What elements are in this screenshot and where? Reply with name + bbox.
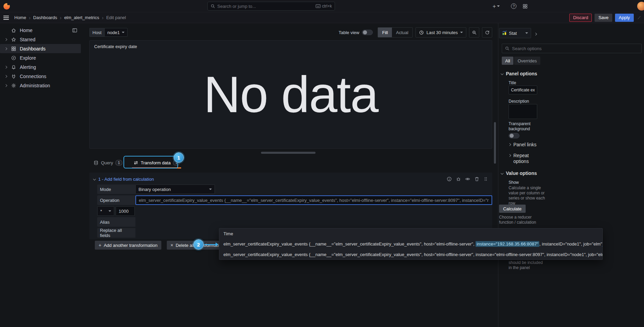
expand-chevron-icon[interactable] [2,39,10,41]
host-variable-value[interactable]: node1 [104,28,128,37]
annotation-step2-marker: 2 [193,239,204,250]
sidebar-item-starred[interactable]: Starred [0,35,81,44]
panel-preview: Certificate expiry date No data [89,40,492,149]
expand-chevron-icon[interactable] [2,85,10,87]
home-icon [11,28,16,33]
collapse-transformation-icon[interactable] [93,178,96,180]
section-repeat-options[interactable]: Repeat options [509,153,541,164]
dropdown-option-time[interactable]: Time [219,228,602,239]
sidebar-item-explore[interactable]: Explore [0,53,81,62]
apply-button[interactable]: Apply [615,14,634,22]
options-search-input[interactable] [512,46,639,51]
section-panel-options[interactable]: Panel options [501,71,537,76]
panel-title-input[interactable] [509,86,537,94]
sidebar-item-administration[interactable]: Administration [0,81,81,90]
calculate-radio[interactable]: Calculate [499,205,526,213]
horizontal-scrollbar[interactable] [261,152,316,154]
grafana-logo-icon[interactable] [3,2,11,10]
sidebar-item-dashboards[interactable]: Dashboards [0,44,81,53]
show-label: Show [509,180,519,185]
expand-chevron-icon[interactable] [2,48,10,50]
zoom-out-icon [472,30,477,35]
options-search[interactable] [502,44,642,53]
discard-button[interactable]: Discard [569,14,592,22]
operation-input[interactable] [135,195,492,205]
administration-gear-icon [11,83,16,88]
annotation-arrow [204,244,216,245]
eye-icon[interactable] [465,176,470,182]
global-search-input[interactable] [217,4,313,9]
fill-option[interactable]: Fill [378,28,392,37]
transparent-background-label: Transparent background [509,121,539,132]
zoom-out-button[interactable] [469,27,479,38]
info-icon[interactable] [447,176,452,182]
mode-select[interactable]: Binary operation [135,184,215,194]
nav-bar: Home › Dashboards › elm_alert_metrics › … [0,12,644,23]
calculate-help-text: Choose a reducer function / calculation [499,215,539,225]
no-data-message: No data [90,41,492,148]
vertical-scrollbar[interactable] [494,122,496,164]
plus-icon: + [99,242,101,248]
section-panel-links[interactable]: Panel links [509,142,537,147]
add-new-button[interactable]: + [493,3,500,10]
multiplier-input[interactable] [116,206,135,216]
operator-select[interactable]: * [97,206,114,216]
drag-handle-icon[interactable] [483,176,488,182]
sidebar-item-home[interactable]: Home [0,26,81,35]
title-label: Title [509,80,516,85]
collapse-options-pane-icon[interactable] [535,31,537,36]
menu-toggle-icon[interactable] [3,17,9,18]
panel-description-input[interactable] [509,104,537,119]
refresh-button[interactable] [482,27,492,38]
breadcrumb-dashboards[interactable]: Dashboards [33,15,57,20]
alias-label: Alias [97,217,135,227]
metric-suggestions-dropdown: Time elm_server_certificateExpiry_value_… [219,228,603,260]
editor-tabs: Query 1 Transform data 1 [89,157,492,168]
breadcrumb-dashboard-name[interactable]: elm_alert_metrics [64,15,99,20]
clock-icon [419,30,424,35]
fill-actual-segmented: Fill Actual [378,27,413,38]
connections-plug-icon [11,74,16,79]
stat-viz-icon [502,31,507,35]
description-label: Description [509,99,529,104]
tab-query[interactable]: Query 1 [91,157,125,168]
host-variable: Host node1 [89,28,128,37]
sidebar-item-connections[interactable]: Connections [0,72,81,81]
help-button[interactable]: ? [511,3,516,10]
grafana-app: ctrl+k + ? Home › Dashboards › elm_alert… [0,0,644,327]
trash-icon[interactable] [474,176,480,182]
save-button[interactable]: Save [595,14,612,22]
annotation-step1-marker: 1 [174,152,184,163]
time-range-picker[interactable]: Last 30 minutes [415,27,466,38]
visualization-picker[interactable]: Stat [499,28,531,38]
add-transformation-button[interactable]: + Add another transformation [95,241,161,250]
host-variable-label: Host [89,28,104,37]
options-tabs: All Overrides [502,57,540,65]
table-view-label: Table view [339,30,360,35]
table-view-toggle[interactable] [362,30,373,35]
dock-sidebar-icon[interactable] [72,27,77,33]
sidebar-item-alerting[interactable]: Alerting [0,62,81,72]
debug-bug-icon[interactable] [456,176,461,182]
highlighted-instance-text: instance="192.168.35.66:8087" [475,241,539,247]
actual-option[interactable]: Actual [392,28,412,37]
dropdown-option-metric-2[interactable]: elm_server_certificateExpiry_value_event… [219,249,602,260]
dropdown-option-metric-1[interactable]: elm_server_certificateExpiry_value_event… [219,239,602,249]
expand-chevron-icon[interactable] [2,75,10,77]
apps-icon [523,4,528,9]
help-icon: ? [511,3,516,9]
section-value-options[interactable]: Value options [501,170,537,176]
tab-overrides[interactable]: Overrides [514,57,540,65]
transformation-title[interactable]: 1 - Add field from calculation [98,177,154,182]
user-avatar[interactable] [637,2,644,11]
show-help-text: Calculate a single value per column or s… [509,185,547,206]
transparent-background-toggle[interactable] [509,133,519,138]
keyboard-icon [316,4,321,8]
apps-button[interactable] [523,3,528,10]
global-search[interactable]: ctrl+k [207,2,335,11]
expand-chevron-icon[interactable] [2,66,10,68]
tab-all-options[interactable]: All [502,57,513,65]
panel-options-pane: Stat All Overrides Panel options Title D… [498,23,644,327]
operation-label: Operation [97,195,135,205]
breadcrumb-home[interactable]: Home [14,15,26,20]
